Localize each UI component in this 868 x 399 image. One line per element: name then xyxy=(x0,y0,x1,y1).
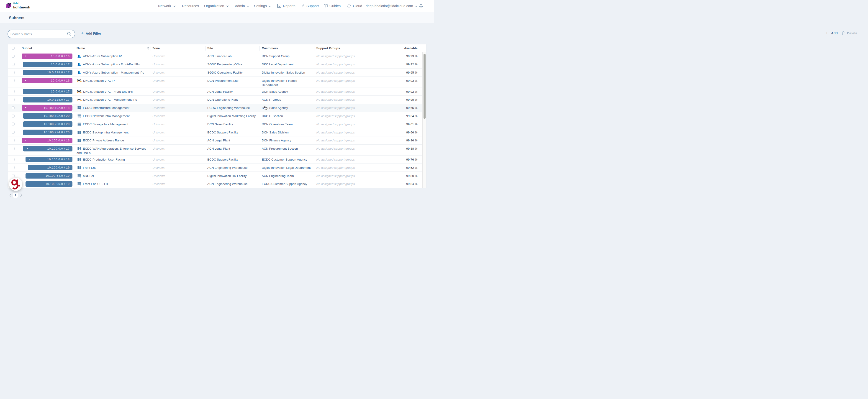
svg-text:aws: aws xyxy=(77,98,81,100)
svg-text:aws: aws xyxy=(77,79,81,81)
svg-text:aws: aws xyxy=(77,90,81,92)
